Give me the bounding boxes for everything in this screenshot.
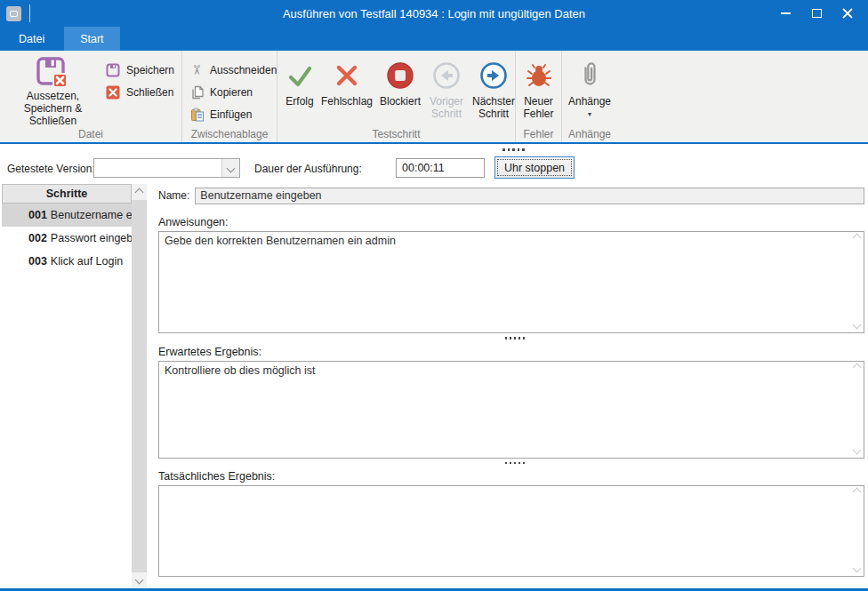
close-red-icon	[106, 85, 121, 100]
attachments-dropdown-icon[interactable]: ▾	[588, 111, 591, 118]
step-number: 003	[28, 255, 47, 268]
steps-panel: Schritte 001 Benutzername eingeben 002 P…	[2, 184, 147, 588]
expected-field-wrap	[158, 361, 864, 459]
next-step-button[interactable]: Nächster Schritt	[468, 54, 519, 125]
step-label: Passwort eingeben	[51, 232, 132, 244]
attachments-label: Anhänge	[568, 95, 611, 108]
paste-label: Einfügen	[210, 108, 252, 121]
attachments-button[interactable]: Anhänge ▾	[566, 54, 614, 125]
scroll-down-icon[interactable]	[135, 576, 144, 585]
save-label: Speichern	[126, 64, 174, 76]
check-icon	[285, 56, 314, 95]
step-row-3[interactable]: 003 Klick auf Login	[2, 250, 132, 273]
step-name-input[interactable]	[195, 188, 864, 204]
bug-icon	[526, 56, 552, 95]
duration-input[interactable]	[396, 158, 485, 178]
arrow-right-circle-icon	[479, 56, 508, 95]
tested-version-label: Getestete Version:	[7, 163, 95, 175]
arrow-left-circle-icon	[432, 56, 461, 95]
close-button[interactable]	[836, 4, 859, 23]
datei-small-buttons: Speichern Schließen	[102, 54, 178, 102]
group-label-anhaenge: Anhänge	[562, 128, 617, 140]
step-number: 002	[28, 232, 47, 244]
fail-label: Fehlschlag	[321, 95, 373, 108]
clipboard-buttons: ✂ Ausschneiden Kopieren	[186, 54, 280, 124]
save-button[interactable]: Speichern	[102, 60, 178, 80]
expected-result-textarea[interactable]	[158, 361, 864, 459]
tab-datei[interactable]: Datei	[5, 27, 58, 51]
tested-version-combobox[interactable]	[93, 158, 240, 178]
next-step-label: Nächster Schritt	[472, 95, 515, 120]
ribbon-group-fehler: Neuer Fehler Fehler	[516, 51, 562, 142]
x-icon	[334, 56, 360, 95]
splitter-grip-expected[interactable]	[505, 462, 525, 465]
suspend-save-close-label: Aussetzen, Speichern & Schließen	[8, 90, 98, 127]
titlebar-separator	[29, 4, 30, 22]
ribbon-group-anhaenge: Anhänge ▾ Anhänge	[562, 51, 617, 142]
close-icon	[842, 8, 853, 19]
pass-button[interactable]: Erfolg	[281, 54, 318, 125]
actual-result-label: Tatsächliches Ergebnis:	[158, 470, 864, 483]
group-label-datei: Datei	[0, 128, 181, 140]
expected-result-label: Erwartetes Ergebnis:	[158, 346, 864, 358]
combobox-dropdown-button[interactable]	[221, 159, 239, 177]
instructions-textarea[interactable]	[158, 231, 864, 333]
stop-icon	[386, 56, 414, 95]
maximize-icon	[812, 9, 822, 18]
close-label: Schließen	[126, 86, 173, 99]
window-title: Ausführen von Testfall 140934 : Login mi…	[0, 7, 868, 20]
group-label-fehler: Fehler	[516, 128, 561, 140]
maximize-button[interactable]	[805, 4, 828, 23]
cut-button[interactable]: ✂ Ausschneiden	[186, 60, 280, 80]
save-close-icon	[36, 56, 69, 90]
group-label-zwischenablage: Zwischenablage	[182, 128, 277, 140]
suspend-save-close-button[interactable]: Aussetzen, Speichern & Schließen	[4, 54, 102, 125]
actual-field-wrap	[158, 485, 864, 577]
instructions-label: Anweisungen:	[158, 216, 864, 228]
close-ribbon-button[interactable]: Schließen	[102, 83, 178, 102]
paperclip-icon	[576, 56, 603, 95]
previous-step-button[interactable]: Voriger Schritt	[425, 54, 468, 125]
name-label: Name:	[158, 189, 189, 202]
copy-button[interactable]: Kopieren	[186, 83, 280, 102]
minimize-icon	[781, 12, 791, 14]
stop-clock-button[interactable]: Uhr stoppen	[494, 156, 575, 179]
step-row-1[interactable]: 001 Benutzername eingeben	[2, 204, 132, 227]
steps-list: Schritte 001 Benutzername eingeben 002 P…	[2, 184, 132, 588]
ribbon-tabs: Datei Start	[0, 27, 868, 51]
app-icon[interactable]	[6, 6, 21, 21]
minimize-button[interactable]	[774, 4, 797, 23]
paste-button[interactable]: Einfügen	[186, 105, 280, 124]
new-error-label: Neuer Fehler	[519, 95, 558, 120]
steps-column-header[interactable]: Schritte	[2, 184, 132, 204]
cut-label: Ausschneiden	[210, 64, 277, 76]
step-detail-panel: Name: Anweisungen: Erwartetes Ergebnis: …	[147, 184, 868, 588]
step-label: Klick auf Login	[51, 255, 123, 268]
fail-button[interactable]: Fehlschlag	[318, 54, 375, 125]
main-area: Schritte 001 Benutzername eingeben 002 P…	[0, 184, 868, 588]
duration-label: Dauer der Ausführung:	[254, 163, 362, 175]
ribbon-group-zwischenablage: ✂ Ausschneiden Kopieren	[182, 51, 277, 142]
window-controls	[774, 4, 868, 23]
actual-result-textarea[interactable]	[158, 485, 864, 577]
blocked-button[interactable]: Blockiert	[375, 54, 425, 125]
tab-start[interactable]: Start	[64, 27, 119, 51]
splitter-grip-instructions[interactable]	[505, 337, 525, 339]
step-number: 001	[28, 209, 47, 221]
splitter-grip-top[interactable]	[502, 148, 525, 151]
titlebar: Ausführen von Testfall 140934 : Login mi…	[0, 0, 868, 27]
scrollbar-thumb[interactable]	[132, 200, 147, 572]
app-icon-glyph	[10, 11, 18, 17]
paste-icon	[189, 108, 205, 123]
chevron-down-icon	[227, 164, 236, 172]
blocked-label: Blockiert	[380, 95, 421, 108]
scroll-up-icon[interactable]	[135, 188, 144, 197]
scissors-icon: ✂	[189, 63, 205, 78]
copy-icon	[189, 85, 205, 100]
new-error-button[interactable]: Neuer Fehler	[519, 54, 558, 125]
ribbon: Aussetzen, Speichern & Schließen Speiche…	[0, 51, 868, 144]
instructions-field-wrap	[158, 231, 864, 333]
steps-scrollbar[interactable]	[132, 184, 147, 588]
step-row-2[interactable]: 002 Passwort eingeben	[2, 227, 132, 250]
copy-label: Kopieren	[210, 86, 253, 99]
